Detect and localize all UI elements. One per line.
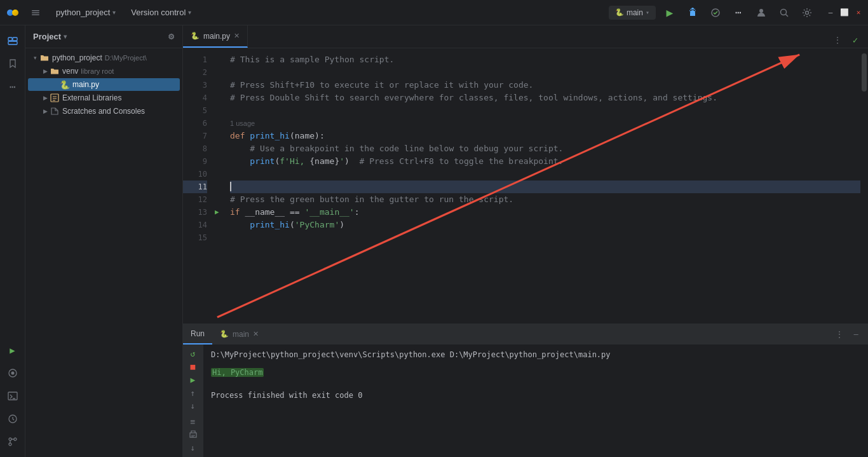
- debug-button[interactable]: [684, 4, 702, 22]
- vcs-menu[interactable]: Version control ▾: [126, 5, 196, 20]
- run-gutter-13[interactable]: ▶: [215, 206, 227, 219]
- vcs-label: Version control: [131, 8, 186, 17]
- bottom-minimize-btn[interactable]: —: [849, 327, 863, 341]
- run-tools: ↺ ■ ▶ ↑ ↓ ≡ ↓: [183, 344, 203, 457]
- git-icon[interactable]: [3, 432, 23, 452]
- run-config-tab-label: main: [233, 330, 249, 339]
- run-config-selector[interactable]: 🐍 main ▾: [609, 6, 656, 20]
- tab-settings-btn[interactable]: ⋮: [830, 32, 845, 48]
- terminal-icon[interactable]: [3, 386, 23, 406]
- icon-bar: ⋯ ▶: [0, 25, 25, 457]
- bottom-settings-btn[interactable]: ⋮: [832, 327, 846, 341]
- checkmark-btn: ✓: [848, 32, 863, 48]
- project-root-label: python_project: [52, 53, 102, 62]
- console-command: D:\MyProject\python_project\venv\Scripts…: [211, 348, 860, 361]
- tree-item-main-py[interactable]: 🐍 main.py: [28, 78, 180, 91]
- usage-hint-row: 1 usage: [230, 117, 860, 130]
- run-button[interactable]: ▶: [661, 4, 679, 22]
- venv-folder-icon: [50, 66, 60, 76]
- titlebar: python_project ▾ Version control ▾ 🐍 mai…: [0, 0, 868, 25]
- settings-button[interactable]: [798, 4, 816, 22]
- tab-label: main.py: [203, 32, 230, 41]
- code-line-4: # Press Double Shift to search everywher…: [230, 92, 860, 104]
- code-line-13: if __name__ == '__main__':: [230, 206, 860, 219]
- code-line-12: # Press the green button in the gutter t…: [230, 193, 860, 206]
- more-btn[interactable]: ↓: [186, 442, 200, 453]
- project-menu[interactable]: python_project ▾: [51, 5, 121, 20]
- svg-rect-3: [32, 10, 39, 11]
- tree-arrow-ext-libs: ▶: [41, 93, 50, 102]
- tab-run[interactable]: Run: [183, 324, 212, 344]
- project-icon[interactable]: [3, 31, 23, 51]
- code-line-8: # Use a breakpoint in the code line belo…: [230, 142, 860, 155]
- run-config-arrow: ▾: [646, 9, 649, 16]
- line-numbers: 1 2 3 4 5 6 7 8 9 10 11 12 13 14: [183, 48, 215, 324]
- run-tab-close[interactable]: ✕: [253, 330, 259, 338]
- scrollbar-thumb[interactable]: [862, 53, 867, 92]
- close-button[interactable]: ✕: [854, 8, 863, 17]
- window-controls: — ⬜ ✕: [826, 8, 863, 17]
- coverage-button[interactable]: [707, 4, 724, 22]
- code-line-5: [230, 104, 860, 117]
- run-config-name: main: [627, 8, 643, 17]
- tab-close-btn[interactable]: ✕: [234, 32, 240, 40]
- folder-icon: [39, 53, 50, 63]
- vcs-menu-arrow: ▾: [188, 9, 191, 16]
- clock-icon[interactable]: [3, 409, 23, 429]
- tree-arrow-venv: ▶: [41, 67, 50, 76]
- bookmarks-icon[interactable]: [3, 53, 23, 74]
- project-root-path: D:\MyProject\: [105, 54, 147, 62]
- editor-area: 1 2 3 4 5 6 7 8 9 10 11 12 13 14: [183, 48, 868, 324]
- editor-scrollbar[interactable]: [860, 48, 868, 324]
- usage-hint: 1 usage: [230, 117, 255, 130]
- print-btn[interactable]: [186, 430, 200, 440]
- svg-rect-12: [8, 41, 17, 44]
- code-editor[interactable]: 1 2 3 4 5 6 7 8 9 10 11 12 13 14: [183, 48, 868, 324]
- profile-button[interactable]: [752, 4, 770, 22]
- sidebar: Project ▾ ⚙ ▾ python_project D:\MyProjec…: [25, 25, 183, 457]
- run-play-btn[interactable]: ▶: [186, 374, 200, 385]
- rerun-btn[interactable]: ↺: [186, 348, 200, 359]
- bottom-tab-actions: ⋮ —: [827, 327, 868, 341]
- more-actions-button[interactable]: ⋯: [729, 4, 747, 22]
- debug-icon[interactable]: [3, 363, 23, 383]
- minimize-button[interactable]: —: [826, 8, 835, 17]
- svg-line-9: [786, 14, 789, 17]
- tree-item-scratches[interactable]: ▶ Scratches and Consoles: [28, 105, 180, 118]
- run-icon[interactable]: ▶: [3, 340, 23, 360]
- svg-point-2: [12, 10, 18, 16]
- tree-arrow-scratches: ▶: [41, 107, 50, 116]
- svg-point-18: [9, 438, 11, 440]
- svg-point-20: [9, 443, 11, 446]
- tab-main-py[interactable]: 🐍 main.py ✕: [183, 25, 248, 48]
- tab-run-config[interactable]: 🐍 main ✕: [212, 324, 266, 344]
- code-line-2: [230, 66, 860, 79]
- hamburger-menu[interactable]: [25, 5, 46, 20]
- sidebar-header: Project ▾ ⚙: [25, 25, 182, 48]
- venv-type: library root: [81, 67, 114, 75]
- code-line-3: # Press Shift+F10 to execute it or repla…: [230, 79, 860, 92]
- editor-content[interactable]: # This is a sample Python script. # Pres…: [227, 48, 860, 324]
- svg-rect-4: [32, 12, 39, 13]
- maximize-button[interactable]: ⬜: [840, 8, 849, 17]
- soft-wrap-btn[interactable]: ≡: [186, 416, 200, 427]
- content-area: 🐍 main.py ✕ ⋮ ✓ 1 2 3 4 5: [183, 25, 868, 457]
- tree-item-project[interactable]: ▾ python_project D:\MyProject\: [28, 51, 180, 64]
- tree-item-venv[interactable]: ▶ venv library root: [28, 65, 180, 78]
- code-line-10: [230, 168, 860, 181]
- search-button[interactable]: [775, 4, 793, 22]
- sidebar-title: Project: [33, 32, 61, 41]
- sidebar-title-arrow[interactable]: ▾: [64, 33, 67, 40]
- more-icon[interactable]: ⋯: [3, 76, 23, 97]
- python-file-icon: 🐍: [60, 79, 70, 90]
- console-highlight-line: Hi, PyCharm: [211, 366, 860, 379]
- scroll-down-btn[interactable]: ↓: [186, 401, 200, 412]
- svg-point-15: [11, 372, 14, 375]
- svg-rect-13: [13, 38, 17, 41]
- main-py-label: main.py: [72, 80, 99, 89]
- stop-btn[interactable]: ■: [186, 362, 200, 372]
- sidebar-settings-btn[interactable]: ⚙: [168, 32, 175, 41]
- scroll-up-btn[interactable]: ↑: [186, 388, 200, 399]
- tree-item-ext-libs[interactable]: ▶ External Libraries: [28, 92, 180, 104]
- output-highlight: Hi, PyCharm: [211, 368, 264, 377]
